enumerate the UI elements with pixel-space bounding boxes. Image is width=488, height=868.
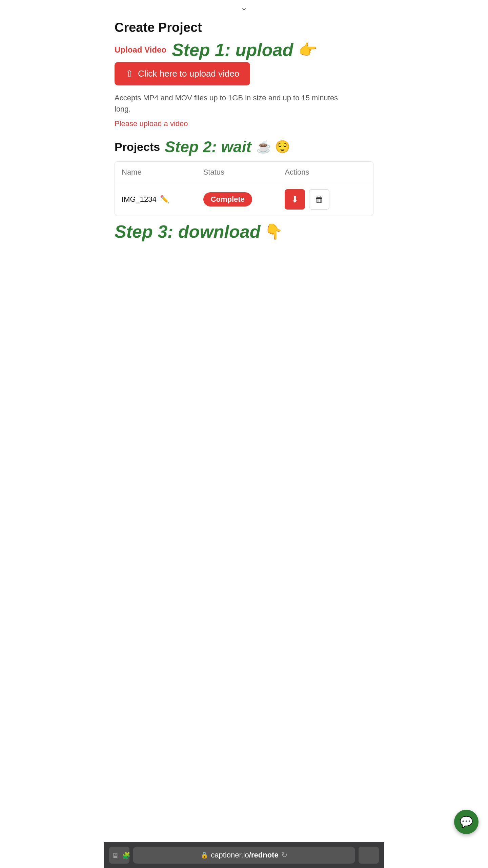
projects-header-row: Projects Step 2: wait ☕ 😌: [115, 138, 373, 156]
header-actions: Actions: [285, 168, 366, 177]
browser-url-text: captioner.io/rednote: [211, 851, 278, 860]
edit-icon[interactable]: ✏️: [160, 195, 169, 204]
projects-section: Projects Step 2: wait ☕ 😌 Name Status Ac…: [115, 138, 373, 242]
upload-error-text: Please upload a video: [115, 119, 373, 128]
lock-icon: 🔒: [201, 851, 208, 859]
puzzle-icon: 🧩: [122, 851, 130, 860]
page-title: Create Project: [115, 20, 373, 35]
table-header: Name Status Actions: [115, 162, 373, 183]
browser-left-panel[interactable]: 🖥 🧩 i: [109, 847, 129, 864]
header-name: Name: [122, 168, 203, 177]
upload-video-button[interactable]: ⇧ Click here to upload video: [115, 62, 250, 85]
step1-row: Upload Video Step 1: upload 👉: [115, 41, 373, 59]
delete-button[interactable]: 🗑: [309, 189, 329, 210]
projects-title: Projects: [115, 140, 160, 154]
download-icon: ⬇: [291, 194, 299, 205]
step2-text: Step 2: wait: [165, 138, 251, 156]
upload-icon: ⇧: [125, 68, 133, 79]
url-suffix: /rednote: [249, 851, 279, 859]
monitor-icon: 🖥: [112, 852, 119, 860]
step1-text: Step 1: upload: [172, 41, 293, 59]
upload-label: Upload Video: [115, 45, 166, 55]
status-cell: Complete: [203, 192, 285, 206]
status-badge: Complete: [203, 192, 252, 206]
projects-table: Name Status Actions IMG_1234 ✏️ Complete…: [115, 161, 373, 216]
step3-text: Step 3: download: [115, 221, 260, 242]
file-name-cell: IMG_1234 ✏️: [122, 195, 203, 204]
step1-emoji: 👉: [299, 41, 317, 59]
accepts-text: Accepts MP4 and MOV files up to 1GB in s…: [115, 92, 352, 115]
upload-button-label: Click here to upload video: [138, 68, 239, 79]
actions-cell: ⬇ 🗑: [285, 189, 366, 210]
trash-icon: 🗑: [315, 194, 324, 205]
step3-emoji: 👇: [264, 223, 283, 240]
header-status: Status: [203, 168, 285, 177]
refresh-icon[interactable]: ↻: [281, 851, 287, 860]
file-name: IMG_1234: [122, 195, 157, 204]
table-row: IMG_1234 ✏️ Complete ⬇ 🗑: [115, 183, 373, 216]
url-prefix: captioner.io: [211, 851, 249, 859]
download-button[interactable]: ⬇: [285, 189, 305, 210]
step2-emojis: ☕ 😌: [256, 140, 290, 154]
step3-row: Step 3: download 👇: [115, 221, 373, 242]
browser-toolbar: 🖥 🧩 i 🔒 captioner.io/rednote ↻: [104, 842, 384, 868]
browser-url-bar[interactable]: 🔒 captioner.io/rednote ↻: [133, 847, 355, 864]
chevron-icon: ⌄: [241, 3, 247, 12]
browser-right-panel[interactable]: [359, 847, 379, 864]
top-chevron[interactable]: ⌄: [104, 0, 384, 14]
